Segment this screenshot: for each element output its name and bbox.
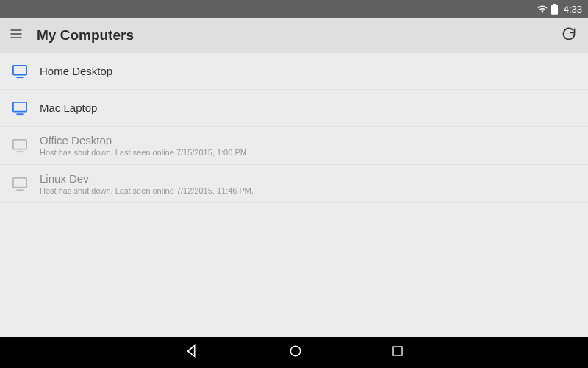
computer-name: Home Desktop bbox=[40, 65, 112, 77]
computer-status: Host has shut down. Last seen online 7/1… bbox=[40, 148, 249, 157]
computer-name: Mac Laptop bbox=[40, 102, 97, 114]
status-bar: 4:33 bbox=[0, 0, 588, 18]
svg-rect-9 bbox=[13, 139, 26, 149]
battery-icon bbox=[551, 4, 558, 15]
computers-list: Home Desktop Mac Laptop Office Desktop H… bbox=[0, 53, 588, 203]
status-time: 4:33 bbox=[564, 4, 582, 15]
page-title: My Computers bbox=[37, 27, 559, 43]
svg-rect-0 bbox=[551, 5, 558, 15]
home-icon bbox=[288, 344, 303, 361]
nav-back-button[interactable] bbox=[184, 343, 200, 362]
menu-icon bbox=[9, 26, 24, 44]
svg-rect-7 bbox=[13, 102, 26, 111]
recent-icon bbox=[391, 344, 404, 361]
navigation-bar bbox=[0, 337, 588, 368]
monitor-icon bbox=[12, 177, 28, 191]
app-bar: My Computers bbox=[0, 18, 588, 53]
nav-home-button[interactable] bbox=[288, 344, 303, 361]
svg-rect-11 bbox=[13, 177, 26, 187]
svg-point-13 bbox=[290, 346, 300, 355]
computer-row[interactable]: Office Desktop Host has shut down. Last … bbox=[0, 127, 588, 165]
monitor-icon bbox=[12, 101, 28, 116]
computer-name: Office Desktop bbox=[40, 134, 249, 146]
computer-row[interactable]: Linux Dev Host has shut down. Last seen … bbox=[0, 165, 588, 203]
monitor-icon bbox=[12, 138, 28, 153]
back-icon bbox=[184, 343, 200, 362]
menu-button[interactable] bbox=[9, 26, 24, 44]
svg-rect-1 bbox=[553, 4, 556, 5]
refresh-button[interactable] bbox=[559, 24, 579, 47]
svg-rect-5 bbox=[13, 65, 26, 74]
computer-name: Linux Dev bbox=[40, 172, 254, 185]
wifi-icon bbox=[537, 4, 548, 14]
monitor-icon bbox=[12, 64, 28, 79]
svg-rect-14 bbox=[393, 347, 402, 355]
computer-status: Host has shut down. Last seen online 7/1… bbox=[40, 186, 254, 195]
nav-recent-button[interactable] bbox=[391, 344, 404, 361]
refresh-icon bbox=[562, 26, 576, 44]
computer-row[interactable]: Mac Laptop bbox=[0, 90, 588, 127]
computer-row[interactable]: Home Desktop bbox=[0, 53, 588, 90]
